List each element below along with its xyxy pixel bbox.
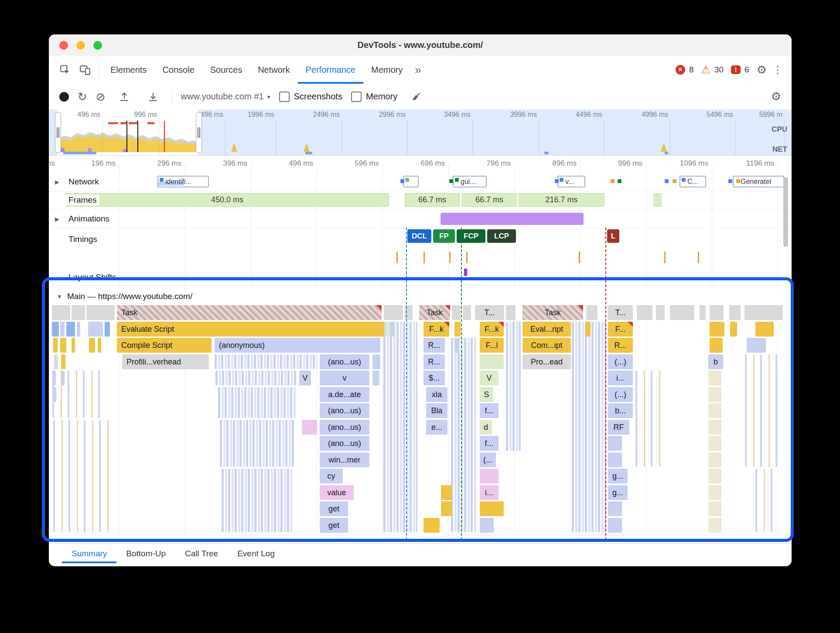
flame-bar-fragment[interactable] bbox=[708, 453, 721, 467]
flame-bar[interactable]: T... bbox=[608, 305, 633, 320]
network-disclosure-icon[interactable]: ▶ bbox=[55, 179, 59, 185]
selection-handle-right[interactable] bbox=[196, 112, 202, 153]
flame-bar[interactable]: f... bbox=[480, 436, 499, 451]
flame-bar-fragment[interactable] bbox=[54, 354, 58, 369]
device-toolbar-icon[interactable] bbox=[75, 56, 95, 84]
flame-bar-fragment[interactable] bbox=[66, 322, 75, 337]
flame-bar-fragment[interactable] bbox=[710, 305, 724, 320]
network-request[interactable]: C... bbox=[680, 176, 706, 187]
timing-badge-lcp[interactable]: LCP bbox=[487, 229, 516, 243]
flame-bar[interactable]: f... bbox=[480, 403, 499, 418]
flame-bar-fragment[interactable] bbox=[708, 436, 721, 451]
flame-bar-fragment[interactable] bbox=[608, 501, 622, 516]
flame-bar[interactable]: b bbox=[708, 354, 723, 369]
flame-bar[interactable]: e... bbox=[426, 420, 447, 435]
flame-bar[interactable]: (ano...us) bbox=[320, 354, 369, 369]
flame-bar-fragment[interactable] bbox=[506, 305, 516, 320]
flame-bar-fragment[interactable] bbox=[480, 501, 504, 516]
flame-bar-fragment[interactable] bbox=[372, 371, 379, 385]
timings-track-label[interactable]: Timings bbox=[65, 234, 100, 245]
flame-bar[interactable]: get bbox=[320, 501, 348, 516]
selection-handle-left[interactable] bbox=[55, 112, 61, 153]
flame-bar-fragment[interactable] bbox=[405, 305, 413, 320]
timing-badge-l[interactable]: L bbox=[607, 229, 619, 243]
timings-track[interactable]: DCLFPFCPLCPL Timings bbox=[49, 228, 792, 250]
flame-bar-fragment[interactable] bbox=[729, 305, 741, 320]
flame-bar[interactable]: Compile Script bbox=[117, 338, 212, 353]
frames-track[interactable]: 450.0 ms66.7 ms66.7 ms216.7 ms Frames bbox=[49, 191, 792, 209]
flame-bar[interactable]: R... bbox=[423, 354, 445, 369]
issues-count[interactable]: 6 bbox=[744, 65, 749, 75]
flame-bar-fragment[interactable] bbox=[72, 338, 75, 353]
frame[interactable]: 216.7 ms bbox=[519, 193, 604, 207]
more-tabs-icon[interactable]: » bbox=[410, 56, 425, 84]
tab-bottom-up[interactable]: Bottom-Up bbox=[116, 544, 175, 563]
flame-bar-fragment[interactable] bbox=[54, 387, 56, 402]
frame[interactable] bbox=[654, 193, 662, 207]
flame-bar-fragment[interactable] bbox=[441, 485, 452, 500]
flame-bar[interactable]: (anonymous) bbox=[215, 338, 380, 353]
flame-bar[interactable]: win...mer bbox=[320, 453, 369, 467]
warning-icon[interactable]: ⚠ bbox=[701, 65, 710, 75]
animation-bar[interactable] bbox=[440, 213, 584, 225]
flame-bar[interactable]: g... bbox=[608, 469, 628, 483]
flame-bar-fragment[interactable] bbox=[463, 305, 471, 320]
tab-call-tree[interactable]: Call Tree bbox=[175, 544, 228, 563]
animations-disclosure-icon[interactable]: ▶ bbox=[55, 215, 59, 222]
flame-bar[interactable]: F... bbox=[608, 322, 633, 337]
flame-bar-fragment[interactable] bbox=[454, 322, 461, 337]
flame-bar[interactable]: Evaluate Script bbox=[117, 322, 384, 337]
flame-bar-fragment[interactable] bbox=[708, 387, 721, 402]
frame[interactable]: 66.7 ms bbox=[462, 193, 517, 207]
network-request[interactable]: v... bbox=[557, 176, 585, 187]
network-track[interactable]: identifi...gui...v...C...Generatel ▶ Net… bbox=[49, 173, 792, 191]
flame-bar[interactable]: (...) bbox=[608, 354, 633, 369]
flame-bar[interactable]: value bbox=[320, 485, 354, 500]
layout-shifts-track-label[interactable]: Layout Shifts bbox=[65, 272, 120, 282]
settings-gear-icon[interactable]: ⚙ bbox=[757, 63, 767, 77]
flame-bar-fragment[interactable] bbox=[747, 338, 766, 353]
flame-bar[interactable]: get bbox=[320, 518, 348, 533]
flame-bar-fragment[interactable] bbox=[608, 436, 622, 451]
flame-bar-fragment[interactable] bbox=[77, 322, 80, 337]
flame-bar-fragment[interactable] bbox=[710, 338, 723, 353]
memory-checkbox[interactable] bbox=[351, 92, 362, 102]
flame-bar[interactable]: S bbox=[480, 387, 493, 402]
flame-bar[interactable]: (ano...us) bbox=[320, 436, 369, 451]
flame-bar-fragment[interactable] bbox=[480, 518, 494, 533]
flame-bar[interactable]: Eval...ript bbox=[522, 322, 571, 337]
flame-bar-fragment[interactable] bbox=[98, 338, 101, 353]
flame-bar[interactable]: Task bbox=[522, 305, 583, 320]
flame-bar[interactable]: Profili...verhead bbox=[122, 354, 209, 369]
flame-bar[interactable]: R... bbox=[608, 338, 633, 353]
inspect-icon[interactable] bbox=[55, 56, 75, 84]
flame-bar[interactable]: a.de...ate bbox=[320, 387, 369, 402]
tab-console[interactable]: Console bbox=[154, 56, 202, 84]
tab-network[interactable]: Network bbox=[250, 56, 297, 84]
flame-bar-fragment[interactable] bbox=[608, 518, 622, 533]
flame-bar-fragment[interactable] bbox=[60, 338, 66, 353]
clear-icon[interactable]: ⊘ bbox=[96, 91, 106, 102]
timing-badge-fcp[interactable]: FCP bbox=[457, 229, 485, 243]
flame-bar-fragment[interactable] bbox=[386, 322, 390, 337]
flame-bar-fragment[interactable] bbox=[72, 305, 85, 320]
screenshots-checkbox[interactable] bbox=[279, 92, 290, 102]
tab-memory[interactable]: Memory bbox=[363, 56, 410, 84]
flame-bar-fragment[interactable] bbox=[89, 338, 95, 353]
flame-bar-fragment[interactable] bbox=[637, 305, 652, 320]
flame-bar[interactable]: i... bbox=[480, 485, 499, 500]
main-disclosure-icon[interactable]: ▼ bbox=[57, 293, 62, 299]
flame-bar[interactable]: $... bbox=[423, 371, 445, 385]
flame-bar-fragment[interactable] bbox=[53, 338, 58, 353]
error-count[interactable]: 8 bbox=[689, 65, 694, 75]
flame-bar[interactable]: F...l bbox=[480, 338, 504, 353]
flame-bar-fragment[interactable] bbox=[454, 338, 460, 353]
timing-badge-dcl[interactable]: DCL bbox=[407, 229, 431, 243]
flame-bar[interactable]: F...k bbox=[480, 322, 504, 337]
flame-bar-fragment[interactable] bbox=[53, 371, 56, 385]
main-thread-header[interactable]: ▼ Main — https://www.youtube.com/ bbox=[49, 287, 792, 305]
network-request[interactable]: gui... bbox=[453, 176, 487, 187]
flame-bar-fragment[interactable] bbox=[86, 305, 115, 320]
flame-bar[interactable]: Task bbox=[117, 305, 382, 320]
flame-bar[interactable]: d bbox=[480, 420, 492, 435]
